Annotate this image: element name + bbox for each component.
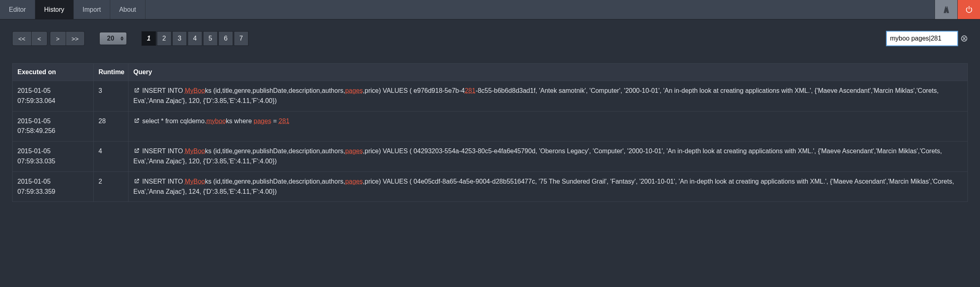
- history-toolbar: << < > >> 20 1234567: [12, 31, 968, 46]
- power-button[interactable]: [957, 0, 980, 19]
- cell-executed-on: 2015-01-05 07:59:33.035: [13, 141, 94, 172]
- table-row: 2015-01-05 07:59:33.0643INSERT INTO MyBo…: [13, 81, 968, 111]
- page-size-select[interactable]: 20: [99, 32, 127, 45]
- cell-query: INSERT INTO MyBooks (id,title,genre,publ…: [128, 171, 968, 202]
- page-4[interactable]: 4: [188, 31, 202, 46]
- query-text: INSERT INTO MyBooks (id,title,genre,publ…: [133, 178, 954, 195]
- open-query-icon[interactable]: [133, 118, 142, 124]
- clear-search-icon[interactable]: [961, 35, 968, 42]
- col-executed-on[interactable]: Executed on: [13, 64, 94, 81]
- cell-executed-on: 2015-01-05 07:59:33.064: [13, 81, 94, 111]
- cell-runtime: 4: [94, 141, 128, 172]
- prev-page-button[interactable]: <: [31, 31, 47, 46]
- road-icon: [942, 6, 950, 14]
- history-table: Executed on Runtime Query 2015-01-05 07:…: [12, 63, 968, 202]
- query-text: select * from cqldemo.mybooks where page…: [142, 118, 289, 124]
- tabbar-spacer: [146, 0, 935, 19]
- query-text: INSERT INTO MyBooks (id,title,genre,publ…: [133, 87, 939, 104]
- cell-query: INSERT INTO MyBooks (id,title,genre,publ…: [128, 81, 968, 111]
- tab-editor[interactable]: Editor: [0, 0, 35, 19]
- tab-bar: EditorHistoryImportAbout: [0, 0, 980, 19]
- col-runtime[interactable]: Runtime: [94, 64, 128, 81]
- cell-runtime: 3: [94, 81, 128, 111]
- nav-prev-group: << <: [12, 31, 47, 46]
- cell-runtime: 28: [94, 111, 128, 141]
- page-size-value: 20: [107, 35, 114, 42]
- cell-executed-on: 2015-01-05 07:58:49.256: [13, 111, 94, 141]
- page-5[interactable]: 5: [203, 31, 218, 46]
- open-query-icon[interactable]: [133, 87, 142, 94]
- query-text: INSERT INTO MyBooks (id,title,genre,publ…: [133, 148, 942, 165]
- power-icon: [965, 6, 973, 14]
- first-page-button[interactable]: <<: [12, 31, 32, 46]
- cell-query: INSERT INTO MyBooks (id,title,genre,publ…: [128, 141, 968, 172]
- cell-executed-on: 2015-01-05 07:59:33.359: [13, 171, 94, 202]
- nav-next-group: > >>: [50, 31, 85, 46]
- page-1[interactable]: 1: [141, 31, 156, 46]
- tab-history[interactable]: History: [35, 0, 74, 19]
- search-wrap: [886, 31, 968, 46]
- open-query-icon[interactable]: [133, 148, 142, 154]
- col-query[interactable]: Query: [128, 64, 968, 81]
- tab-import[interactable]: Import: [74, 0, 110, 19]
- last-page-button[interactable]: >>: [66, 31, 85, 46]
- cell-query: select * from cqldemo.mybooks where page…: [128, 111, 968, 141]
- history-search-input[interactable]: [886, 31, 958, 46]
- pager: 1234567: [141, 31, 248, 46]
- tab-about[interactable]: About: [110, 0, 146, 19]
- road-button[interactable]: [935, 0, 957, 19]
- table-row: 2015-01-05 07:59:33.0354INSERT INTO MyBo…: [13, 141, 968, 172]
- cell-runtime: 2: [94, 171, 128, 202]
- table-row: 2015-01-05 07:58:49.25628select * from c…: [13, 111, 968, 141]
- next-page-button[interactable]: >: [50, 31, 66, 46]
- table-row: 2015-01-05 07:59:33.3592INSERT INTO MyBo…: [13, 171, 968, 202]
- page-7[interactable]: 7: [234, 31, 248, 46]
- open-query-icon[interactable]: [133, 178, 142, 185]
- table-header-row: Executed on Runtime Query: [13, 64, 968, 81]
- page-3[interactable]: 3: [172, 31, 187, 46]
- page-2[interactable]: 2: [157, 31, 171, 46]
- page-6[interactable]: 6: [218, 31, 233, 46]
